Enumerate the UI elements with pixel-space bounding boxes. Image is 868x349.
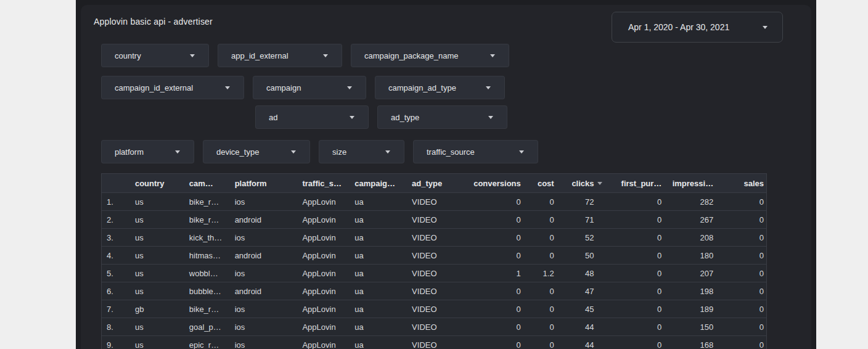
cell-conversions: 0 (466, 229, 523, 246)
filter-row4: platformdevice_typesizetraffic_source (101, 140, 538, 163)
column-header-campaign[interactable]: cam… (184, 174, 230, 192)
table-row[interactable]: 3.uskick_th…iosAppLovinuaVIDEO005202080 (102, 228, 766, 246)
cell-first_purchases: 0 (605, 193, 665, 210)
filter-campaign_ad_type[interactable]: campaign_ad_type (375, 76, 505, 99)
filter-app_id_external[interactable]: app_id_external (218, 44, 342, 67)
cell-ad_type: VIDEO (407, 247, 466, 264)
table-row[interactable]: 9.usepic_r…iosAppLovinuaVIDEO004401680 (102, 335, 766, 349)
cell-campaign_type: ua (350, 282, 407, 300)
cell-conversions: 1 (466, 265, 523, 282)
filter-size[interactable]: size (319, 140, 404, 163)
chevron-down-icon (519, 150, 524, 154)
cell-platform: android (230, 282, 298, 300)
cell-ad_type: VIDEO (407, 300, 466, 318)
cell-platform: ios (230, 336, 298, 349)
cell-clicks: 44 (557, 318, 605, 335)
cell-traffic_source: AppLovin (297, 211, 350, 228)
chevron-down-icon (488, 116, 493, 119)
column-header-impressions[interactable]: impressi… (664, 174, 716, 192)
chevron-down-icon (763, 26, 768, 29)
cell-campaign: kick_th… (184, 229, 230, 246)
table-row[interactable]: 8.usgoal_p…iosAppLovinuaVIDEO004401500 (102, 318, 766, 335)
cell-index: 7. (102, 300, 130, 318)
table-row[interactable]: 2.usbike_r…androidAppLovinuaVIDEO0071026… (102, 210, 766, 228)
filter-label: campaign_package_name (364, 51, 459, 60)
column-header-platform[interactable]: platform (230, 174, 298, 192)
cell-campaign_type: ua (350, 193, 407, 210)
table-row[interactable]: 6.usbubble…androidAppLovinuaVIDEO0047019… (102, 282, 766, 300)
filter-ad_type[interactable]: ad_type (377, 105, 507, 129)
cell-impressions: 207 (664, 265, 716, 282)
column-header-label: country (135, 179, 165, 188)
column-header-cost[interactable]: cost (523, 174, 557, 192)
cell-country: us (130, 282, 184, 300)
cell-traffic_source: AppLovin (297, 318, 350, 335)
cell-campaign: bike_r… (184, 211, 230, 228)
filter-country[interactable]: country (101, 44, 209, 67)
filter-row3: adad_type (255, 105, 538, 129)
cell-impressions: 180 (664, 247, 716, 264)
column-header-label: traffic_s… (302, 179, 342, 188)
sort-desc-icon (597, 182, 602, 185)
dashboard-backdrop: Applovin basic api - advertiser Apr 1, 2… (76, 0, 816, 349)
filter-label: campaign_id_external (115, 83, 193, 92)
column-header-sales[interactable]: sales (716, 174, 766, 192)
filter-campaign_id_external[interactable]: campaign_id_external (101, 76, 244, 99)
column-header-ad_type[interactable]: ad_type (407, 174, 466, 192)
cell-platform: ios (230, 229, 298, 246)
date-range-value: Apr 1, 2020 - Apr 30, 2021 (628, 22, 729, 32)
cell-country: us (130, 318, 184, 335)
column-header-label: sales (743, 179, 764, 188)
column-header-label: cam… (189, 179, 213, 188)
table-row[interactable]: 7.gbbike_r…iosAppLovinuaVIDEO004501890 (102, 300, 766, 318)
cell-cost: 0 (523, 282, 557, 300)
filters-section: countryapp_id_externalcampaign_package_n… (101, 44, 538, 172)
filter-traffic_source[interactable]: traffic_source (413, 140, 538, 163)
cell-cost: 0 (523, 211, 557, 228)
cell-cost: 0 (523, 247, 557, 264)
filter-campaign_package_name[interactable]: campaign_package_name (351, 44, 509, 67)
cell-sales: 0 (716, 300, 766, 318)
column-header-first_purchases[interactable]: first_pur… (605, 174, 665, 192)
cell-clicks: 52 (557, 229, 605, 246)
filter-ad[interactable]: ad (255, 105, 369, 129)
cell-sales: 0 (716, 193, 766, 210)
cell-conversions: 0 (466, 336, 523, 349)
cell-clicks: 71 (557, 211, 605, 228)
cell-impressions: 168 (664, 336, 716, 349)
filter-platform[interactable]: platform (101, 140, 194, 163)
date-range-picker[interactable]: Apr 1, 2020 - Apr 30, 2021 (612, 12, 783, 43)
cell-cost: 0 (523, 229, 557, 246)
cell-campaign_type: ua (350, 265, 407, 282)
cell-cost: 0 (523, 336, 557, 349)
cell-index: 8. (102, 318, 130, 335)
cell-campaign_type: ua (350, 318, 407, 335)
cell-index: 3. (102, 229, 130, 246)
chevron-down-icon (225, 86, 230, 89)
cell-campaign_type: ua (350, 336, 407, 349)
table-row[interactable]: 4.ushitmas…androidAppLovinuaVIDEO0050018… (102, 246, 766, 264)
column-header-campaign_type[interactable]: campaig… (350, 174, 407, 192)
cell-first_purchases: 0 (605, 336, 665, 349)
cell-index: 4. (102, 247, 130, 264)
table-row[interactable]: 1.usbike_r…iosAppLovinuaVIDEO007202820 (102, 192, 766, 210)
cell-campaign: bike_r… (184, 300, 230, 318)
column-header-conversions[interactable]: conversions (466, 174, 523, 192)
column-header-label: first_pur… (621, 179, 662, 188)
column-header-clicks[interactable]: clicks (557, 174, 605, 192)
cell-first_purchases: 0 (605, 265, 665, 282)
column-header-country[interactable]: country (130, 174, 184, 192)
filter-label: campaign_ad_type (388, 83, 456, 92)
cell-clicks: 48 (557, 265, 605, 282)
cell-campaign: hitmas… (184, 247, 230, 264)
cell-impressions: 282 (664, 193, 716, 210)
cell-conversions: 0 (466, 193, 523, 210)
filter-campaign[interactable]: campaign (253, 76, 366, 99)
column-header-label: impressi… (673, 179, 713, 188)
table-row[interactable]: 5.uswobbl…iosAppLovinuaVIDEO11.24802070 (102, 264, 766, 282)
cell-campaign_type: ua (350, 247, 407, 264)
column-header-index[interactable] (102, 174, 130, 192)
filter-label: country (115, 51, 141, 60)
filter-device_type[interactable]: device_type (203, 140, 310, 163)
column-header-traffic_source[interactable]: traffic_s… (297, 174, 350, 192)
